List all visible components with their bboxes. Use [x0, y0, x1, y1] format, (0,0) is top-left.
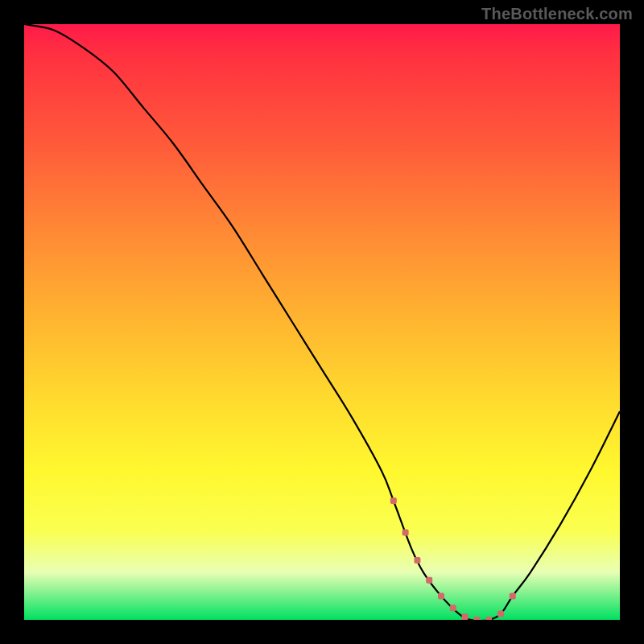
flat-region-markers [390, 497, 516, 620]
watermark-text: TheBottleneck.com [481, 5, 633, 23]
flat-region-dot [485, 617, 492, 620]
flat-region-dot [473, 617, 480, 620]
flat-region-dot [450, 605, 456, 611]
flat-region-dot [402, 529, 409, 535]
flat-region-dot [462, 613, 469, 620]
bottleneck-curve-path [24, 24, 620, 620]
flat-region-dot [390, 497, 397, 504]
chart-svg [24, 24, 620, 620]
flat-region-dot [510, 592, 516, 599]
flat-region-dot [426, 577, 432, 584]
flat-region-dot [438, 592, 444, 599]
chart-plot-area [24, 24, 620, 620]
flat-region-dot [414, 557, 420, 564]
flat-region-dot [497, 611, 504, 617]
